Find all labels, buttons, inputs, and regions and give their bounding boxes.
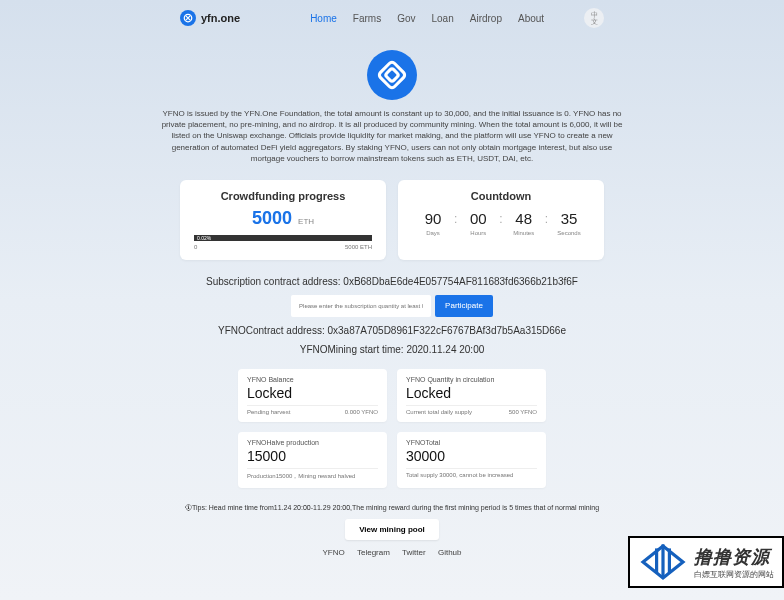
card-value: 30000 (406, 448, 537, 464)
countdown-hours: 00 Hours (457, 210, 499, 236)
progress-percent: 0.02% (197, 235, 211, 241)
nav-about[interactable]: About (518, 13, 544, 24)
participate-button[interactable]: Participate (435, 295, 493, 317)
card-sub: Production15000，Mining reward halved (247, 468, 378, 481)
card-circulation: YFNO Quantity in circulation Locked Curr… (397, 369, 546, 422)
crowdfunding-panel: Crowdfunding progress 5000 ETH 0.02% 0 5… (180, 180, 386, 260)
crowdfunding-title: Crowdfunding progress (194, 190, 372, 202)
hours-value: 00 (457, 210, 499, 227)
lang-bottom: 文 (591, 18, 598, 25)
logo-text: yfn.one (201, 12, 240, 24)
card-sub-label: Pending harvest (247, 409, 290, 415)
svg-rect-1 (378, 61, 406, 89)
subscription-address: Subscription contract address: 0xB68DbaE… (0, 276, 784, 287)
progress-value: 5000 (252, 208, 292, 228)
nav-loan[interactable]: Loan (432, 13, 454, 24)
card-sub-label: Total supply 30000, cannot be increased (406, 472, 513, 478)
hero-logo-icon (367, 50, 417, 100)
nav-airdrop[interactable]: Airdrop (470, 13, 502, 24)
card-sub-label: Current total daily supply (406, 409, 472, 415)
card-sub-label: Production15000，Mining reward halved (247, 472, 355, 481)
card-sub: Pending harvest 0.000 YFNO (247, 405, 378, 415)
minutes-value: 48 (503, 210, 545, 227)
header: yfn.one Home Farms Gov Loan Airdrop Abou… (0, 0, 784, 36)
countdown-days: 90 Days (412, 210, 454, 236)
card-halve: YFNOHalve production 15000 Production150… (238, 432, 387, 488)
participate-row: Participate (0, 295, 784, 317)
tips-text: 🛈Tips: Head mine time from11.24 20:00-11… (0, 504, 784, 511)
card-balance: YFNO Balance Locked Pending harvest 0.00… (238, 369, 387, 422)
watermark-sub: 白嫖互联网资源的网站 (694, 569, 774, 580)
minutes-label: Minutes (503, 230, 545, 236)
card-title: YFNOTotal (406, 439, 537, 446)
footer-link-github[interactable]: Github (438, 548, 462, 557)
progress-labels: 0 5000 ETH (194, 244, 372, 250)
logo-icon (180, 10, 196, 26)
card-title: YFNO Balance (247, 376, 378, 383)
watermark-icon (638, 542, 688, 582)
footer-link-yfno[interactable]: YFNO (323, 548, 345, 557)
hero-description: YFNO is issued by the YFN.One Foundation… (160, 108, 624, 164)
hours-label: Hours (457, 230, 499, 236)
countdown-seconds: 35 Seconds (548, 210, 590, 236)
card-value: Locked (406, 385, 537, 401)
days-value: 90 (412, 210, 454, 227)
stats-cards: YFNO Balance Locked Pending harvest 0.00… (0, 363, 784, 494)
lang-top: 中 (591, 11, 598, 18)
countdown-title: Countdown (412, 190, 590, 202)
quantity-input[interactable] (291, 295, 431, 317)
contract-address: YFNOContract address: 0x3a87A705D8961F32… (0, 325, 784, 336)
language-toggle[interactable]: 中 文 (584, 8, 604, 28)
logo[interactable]: yfn.one (180, 10, 240, 26)
progress-max: 5000 ETH (345, 244, 372, 250)
card-title: YFNOHalve production (247, 439, 378, 446)
card-title: YFNO Quantity in circulation (406, 376, 537, 383)
watermark: 撸撸资源 白嫖互联网资源的网站 (628, 536, 784, 588)
seconds-value: 35 (548, 210, 590, 227)
svg-rect-6 (668, 548, 671, 572)
card-sub: Current total daily supply 500 YFNO (406, 405, 537, 415)
progress-bar: 0.02% (194, 235, 372, 241)
nav-home[interactable]: Home (310, 13, 337, 24)
footer-link-telegram[interactable]: Telegram (357, 548, 390, 557)
seconds-label: Seconds (548, 230, 590, 236)
svg-rect-4 (655, 548, 658, 572)
nav-farms[interactable]: Farms (353, 13, 381, 24)
nav: Home Farms Gov Loan Airdrop About (310, 13, 544, 24)
nav-gov[interactable]: Gov (397, 13, 415, 24)
mining-start-time: YFNOMining start time: 2020.11.24 20:00 (0, 344, 784, 355)
countdown-minutes: 48 Minutes (503, 210, 545, 236)
footer-link-twitter[interactable]: Twitter (402, 548, 426, 557)
card-sub-value: 0.000 YFNO (345, 409, 378, 415)
card-sub: Total supply 30000, cannot be increased (406, 468, 537, 478)
svg-rect-5 (661, 544, 664, 576)
card-total: YFNOTotal 30000 Total supply 30000, cann… (397, 432, 546, 488)
card-sub-value: 500 YFNO (509, 409, 537, 415)
days-label: Days (412, 230, 454, 236)
panels-row: Crowdfunding progress 5000 ETH 0.02% 0 5… (0, 172, 784, 268)
progress-unit: ETH (298, 217, 314, 226)
crowdfunding-amount: 5000 ETH (194, 208, 372, 229)
countdown-row: 90 Days : 00 Hours : 48 Minutes : 35 Sec… (412, 210, 590, 236)
card-value: Locked (247, 385, 378, 401)
view-mining-pool-button[interactable]: View mining pool (345, 519, 439, 540)
countdown-panel: Countdown 90 Days : 00 Hours : 48 Minute… (398, 180, 604, 260)
watermark-main: 撸撸资源 (694, 545, 774, 569)
svg-rect-2 (385, 68, 399, 82)
progress-min: 0 (194, 244, 197, 250)
card-value: 15000 (247, 448, 378, 464)
hero: YFNO is issued by the YFN.One Foundation… (0, 36, 784, 172)
